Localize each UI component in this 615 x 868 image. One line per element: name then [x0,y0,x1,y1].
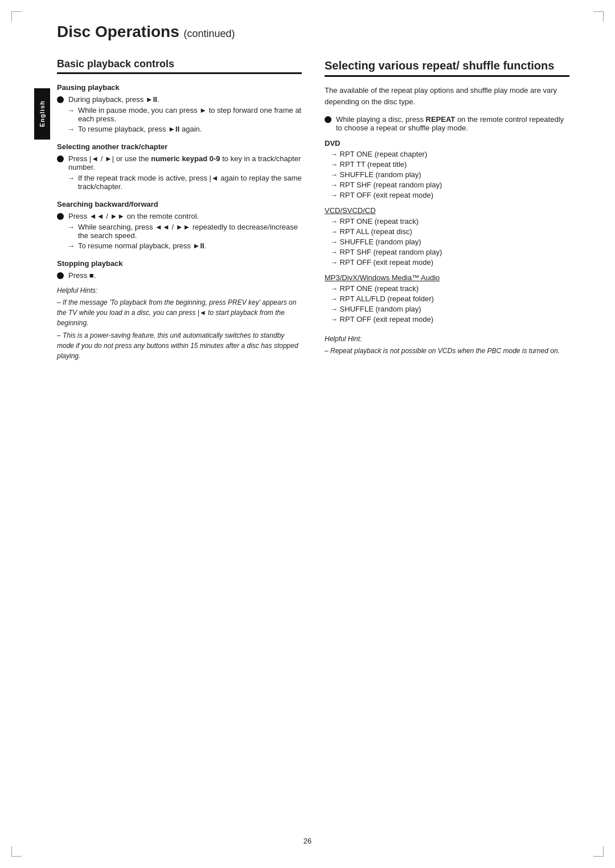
arrow-icon: → RPT SHF (repeat random play) [330,248,442,256]
arrow-icon: → RPT OFF (exit repeat mode) [330,258,433,267]
arrow-icon: → [67,223,75,231]
arrow-icon: → RPT OFF (exit repeat mode) [330,191,433,199]
corner-mark-bl [11,846,22,857]
searching-arrow-1-text: While searching, press ◄◄ / ►► repeatedl… [78,223,302,240]
subsection-pausing-title: Pausing playback [57,83,302,92]
pausing-bullet-text: During playback, press ►II. [68,95,159,104]
page-title-text: Disc Operations [57,23,179,40]
disc-label-dvd: DVD [325,139,569,148]
arrow-icon: → RPT ALL/FLD (repeat folder) [330,294,434,303]
bullet-icon [57,272,64,279]
bullet-icon [57,155,64,162]
content-columns: Basic playback controls Pausing playback… [57,58,581,363]
dvd-item-1: → RPT ONE (repeat chapter) [330,150,569,158]
arrow-icon: → SHUFFLE (random play) [330,170,421,179]
searching-arrow-2-text: To resume normal playback, press ►II. [78,241,206,250]
arrow-icon: → RPT TT (repeat title) [330,160,407,169]
searching-arrow-2: → To resume normal playback, press ►II. [67,241,302,250]
bullet-selecting: Press |◄ / ►| or use the numeric keypad … [57,154,302,171]
hint-1: – If the message 'To playback from the b… [57,297,302,328]
helpful-hints-title: Helpful Hints: [57,285,302,296]
arrow-icon: → [67,125,75,133]
searching-bullet-text: Press ◄◄ / ►► on the remote control. [68,212,199,220]
right-helpful-hint-block: Helpful Hint: – Repeat playback is not p… [325,334,569,356]
dvd-item-3: → SHUFFLE (random play) [330,170,569,179]
bullet-repeat: While playing a disc, press REPEAT on th… [325,115,569,132]
right-section-title: Selecting various repeat/ shuffle functi… [325,58,569,77]
hint-2: – This is a power-saving feature, this u… [57,330,302,361]
disc-label-vcd: VCD/SVCD/CD [325,206,569,215]
mp3-item-3: → SHUFFLE (random play) [330,305,569,313]
mp3-item-4: → RPT OFF (exit repeat mode) [330,315,569,324]
vcd-item-2: → RPT ALL (repeat disc) [330,227,569,236]
page-title: Disc Operations (continued) [57,23,581,41]
corner-mark-tl [11,11,22,22]
selecting-arrow-1-text: If the repeat track mode is active, pres… [78,174,302,191]
pausing-arrow-2: → To resume playback, press ►II again. [67,125,302,133]
subsection-selecting-title: Selecting another track/chapter [57,142,302,151]
corner-mark-br [593,846,604,857]
bullet-searching: Press ◄◄ / ►► on the remote control. [57,212,302,220]
language-tab-label: English [39,101,46,128]
left-column: Basic playback controls Pausing playback… [57,58,302,363]
bullet-icon [57,213,64,220]
page-number: 26 [304,837,311,845]
pausing-arrow-2-text: To resume playback, press ►II again. [78,125,202,133]
helpful-hints-block: Helpful Hints: – If the message 'To play… [57,285,302,361]
right-intro: The available of the repeat play options… [325,85,569,107]
vcd-item-1: → RPT ONE (repeat track) [330,217,569,226]
arrow-icon: → [67,106,75,114]
left-section-title: Basic playback controls [57,58,302,74]
page-title-continued: (continued) [184,28,235,39]
selecting-arrow-1: → If the repeat track mode is active, pr… [67,174,302,191]
arrow-icon: → RPT SHF (repeat random play) [330,181,442,189]
vcd-item-3: → SHUFFLE (random play) [330,238,569,246]
right-column: Selecting various repeat/ shuffle functi… [325,58,569,363]
searching-arrow-1: → While searching, press ◄◄ / ►► repeate… [67,223,302,240]
dvd-item-5: → RPT OFF (exit repeat mode) [330,191,569,199]
arrow-icon: → RPT ONE (repeat chapter) [330,150,427,158]
page: English Disc Operations (continued) Basi… [0,0,615,868]
repeat-bullet-text: While playing a disc, press REPEAT on th… [336,115,569,132]
language-tab: English [34,88,50,140]
vcd-item-4: → RPT SHF (repeat random play) [330,248,569,256]
arrow-icon: → [67,241,75,250]
arrow-icon: → RPT ONE (repeat track) [330,217,419,226]
disc-label-mp3: MP3/DivX/Windows Media™ Audio [325,273,569,282]
mp3-item-2: → RPT ALL/FLD (repeat folder) [330,294,569,303]
stopping-bullet-text: Press ■. [68,271,96,280]
bullet-icon [325,116,331,123]
arrow-icon: → SHUFFLE (random play) [330,305,421,313]
subsection-searching-title: Searching backward/forward [57,200,302,208]
arrow-icon: → RPT ONE (repeat track) [330,284,419,293]
corner-mark-tr [593,11,604,22]
mp3-item-1: → RPT ONE (repeat track) [330,284,569,293]
arrow-icon: → RPT OFF (exit repeat mode) [330,315,433,324]
bullet-pausing: During playback, press ►II. [57,95,302,104]
arrow-icon: → RPT ALL (repeat disc) [330,227,412,236]
subsection-stopping-title: Stopping playback [57,259,302,268]
arrow-icon: → [67,174,75,182]
right-helpful-hint-title: Helpful Hint: [325,334,569,344]
arrow-icon: → SHUFFLE (random play) [330,238,421,246]
pausing-arrow-1: → While in pause mode, you can press ► t… [67,106,302,123]
right-hint-text: – Repeat playback is not possible on VCD… [325,346,569,356]
selecting-bullet-text: Press |◄ / ►| or use the numeric keypad … [68,154,302,171]
bullet-stopping: Press ■. [57,271,302,280]
vcd-item-5: → RPT OFF (exit repeat mode) [330,258,569,267]
pausing-arrow-1-text: While in pause mode, you can press ► to … [78,106,302,123]
bullet-icon [57,96,64,103]
dvd-item-2: → RPT TT (repeat title) [330,160,569,169]
dvd-item-4: → RPT SHF (repeat random play) [330,181,569,189]
